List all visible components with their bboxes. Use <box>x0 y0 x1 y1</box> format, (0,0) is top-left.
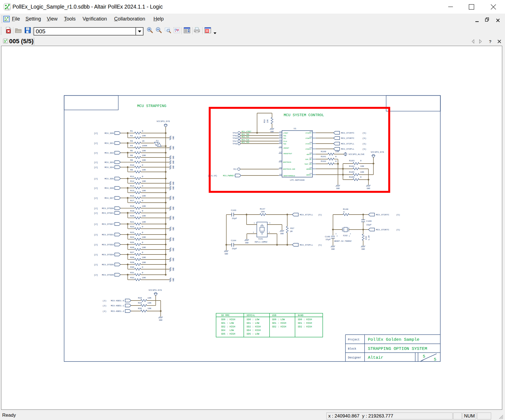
svg-text:R17: R17 <box>130 199 134 202</box>
svg-text:10K: 10K <box>266 119 269 123</box>
svg-text:GND: GND <box>362 248 365 250</box>
svg-text:R24: R24 <box>130 236 134 238</box>
svg-text:0: 0 <box>360 159 362 162</box>
svg-text:NAND: NAND <box>298 314 303 317</box>
svg-text:C105: C105 <box>325 235 330 238</box>
svg-text:MCU_DTSD2: MCU_DTSD2 <box>102 243 114 246</box>
svg-text:10K: 10K <box>142 221 146 223</box>
svg-text:R22: R22 <box>130 225 134 228</box>
svg-text:143: 143 <box>279 134 282 136</box>
svg-text:BOOTMAIN: BOOTMAIN <box>283 161 291 163</box>
svg-text:L: L <box>7 6 9 10</box>
svg-text:XTIRTC: XTIRTC <box>305 132 311 134</box>
svg-text:MCU_XTIRTC: MCU_XTIRTC <box>376 213 389 216</box>
svg-text:MCU_DTSD6: MCU_DTSD6 <box>102 274 114 276</box>
svg-text:10K: 10K <box>360 171 364 173</box>
svg-text:TCLK: TCLK <box>283 141 287 142</box>
svg-text:[2]: [2] <box>94 253 98 256</box>
svg-text:R28: R28 <box>130 256 134 259</box>
svg-text:USB: USB <box>272 314 276 317</box>
svg-text:(5): (5) <box>396 228 400 231</box>
svg-text:MCU_TCK: MCU_TCK <box>242 139 249 141</box>
svg-text:nTRST: nTRST <box>283 132 288 134</box>
svg-text:MCU_TDI: MCU_TDI <box>242 136 249 138</box>
svg-text:MCU_nTRST: MCU_nTRST <box>242 131 251 133</box>
svg-text:SD5 : HIGH: SD5 : HIGH <box>221 333 235 335</box>
svg-text:10K: 10K <box>142 189 146 192</box>
svg-text:0: 0 <box>142 130 143 132</box>
svg-text:GND: GND <box>172 182 175 185</box>
svg-text:0: 0 <box>360 176 362 178</box>
svg-text:R102: R102 <box>321 160 326 162</box>
svg-text:SD1 : LOW: SD1 : LOW <box>247 322 260 325</box>
svg-text:100K: 100K <box>142 144 147 147</box>
svg-text:0: 0 <box>142 251 143 254</box>
svg-text:R105: R105 <box>349 171 354 173</box>
svg-text:C104: C104 <box>231 239 236 242</box>
svg-text:R3: R3 <box>130 140 133 142</box>
svg-text:121: 121 <box>279 146 282 148</box>
svg-text:R20: R20 <box>130 215 134 217</box>
svg-text:VCC3P3_SYS: VCC3P3_SYS <box>371 151 384 153</box>
svg-text:SD2 : HIGH: SD2 : HIGH <box>247 325 261 328</box>
svg-text:[2]: [2] <box>94 197 98 199</box>
svg-text:[2]: [2] <box>94 263 98 266</box>
svg-text:MCU-KBD1-1: MCU-KBD1-1 <box>111 304 124 307</box>
svg-text:[2]: [2] <box>94 132 98 134</box>
svg-text:MCU SYSTEM CONTROL: MCU SYSTEM CONTROL <box>284 113 324 117</box>
svg-text:SD0 : HIGH: SD0 : HIGH <box>298 318 312 321</box>
svg-text:R21: R21 <box>130 221 134 223</box>
svg-text:144: 144 <box>279 131 282 133</box>
svg-text:TP44: TP44 <box>232 132 237 134</box>
svg-text:SERIAL: SERIAL <box>247 314 255 317</box>
svg-text:Designer: Designer <box>348 356 361 359</box>
svg-text:0: 0 <box>142 266 143 268</box>
svg-text:R59: R59 <box>263 119 266 123</box>
svg-text:10K: 10K <box>142 154 146 157</box>
svg-text:STRAPPING OPTION SYSTEM: STRAPPING OPTION SYSTEM <box>368 346 427 351</box>
svg-text:Block: Block <box>348 347 356 350</box>
svg-text:TP47: TP47 <box>232 140 237 142</box>
svg-text:OVP_SE: OVP_SE <box>305 159 311 161</box>
svg-text:MCU_DTSD4: MCU_DTSD4 <box>102 253 114 256</box>
svg-text:MCU_DTSD0: MCU_DTSD0 <box>102 207 114 210</box>
svg-text:117: 117 <box>279 152 282 153</box>
svg-text:XTOPLL: XTOPLL <box>305 148 311 150</box>
svg-text:SD1 : HIGH: SD1 : HIGH <box>272 322 286 325</box>
svg-text:MCU_TDO: MCU_TDO <box>242 142 249 144</box>
svg-text:SD2 : HIGH: SD2 : HIGH <box>272 325 286 328</box>
svg-text:R19: R19 <box>130 210 134 212</box>
svg-text:GND: GND <box>172 278 175 282</box>
svg-text:15pF: 15pF <box>232 247 237 250</box>
svg-text:R34: R34 <box>138 302 142 304</box>
svg-text:R147: R147 <box>260 208 265 210</box>
svg-text:MCU_SD0: MCU_SD0 <box>104 132 114 134</box>
svg-text:10K: 10K <box>335 150 339 153</box>
svg-text:10K: 10K <box>147 307 152 310</box>
svg-text:1: 1 <box>350 233 351 235</box>
svg-text:MCU_XTIPLL: MCU_XTIPLL <box>341 142 354 145</box>
svg-text:5: 5 <box>423 354 425 359</box>
svg-text:AB38T-32.768KHZ: AB38T-32.768KHZ <box>334 240 352 242</box>
svg-text:PollEx Golden Sample: PollEx Golden Sample <box>368 337 419 342</box>
svg-text:(2): (2) <box>102 304 106 307</box>
svg-text:R37: R37 <box>290 227 294 230</box>
svg-text:F1: F1 <box>156 139 159 142</box>
svg-text:TMS: TMS <box>283 135 286 137</box>
svg-text:R14: R14 <box>130 185 134 187</box>
svg-text:SD0 : LOW: SD0 : LOW <box>247 318 260 321</box>
svg-text:0: 0 <box>142 199 143 202</box>
svg-text:R108: R108 <box>349 176 354 178</box>
svg-text:R11: R11 <box>130 175 134 178</box>
svg-text:(5): (5) <box>318 213 322 216</box>
svg-text:(5): (5) <box>362 137 366 139</box>
svg-text:0: 0 <box>142 164 143 166</box>
svg-text:R15: R15 <box>130 195 134 197</box>
svg-text:XTIPLL: XTIPLL <box>305 143 311 145</box>
svg-text:GND: GND <box>172 196 175 200</box>
svg-text:10K: 10K <box>142 246 146 249</box>
svg-text:R30: R30 <box>130 266 134 268</box>
svg-text:142: 142 <box>279 136 282 138</box>
svg-text:3: 3 <box>269 231 270 233</box>
svg-text:SD4 : HIGH: SD4 : HIGH <box>247 329 261 332</box>
